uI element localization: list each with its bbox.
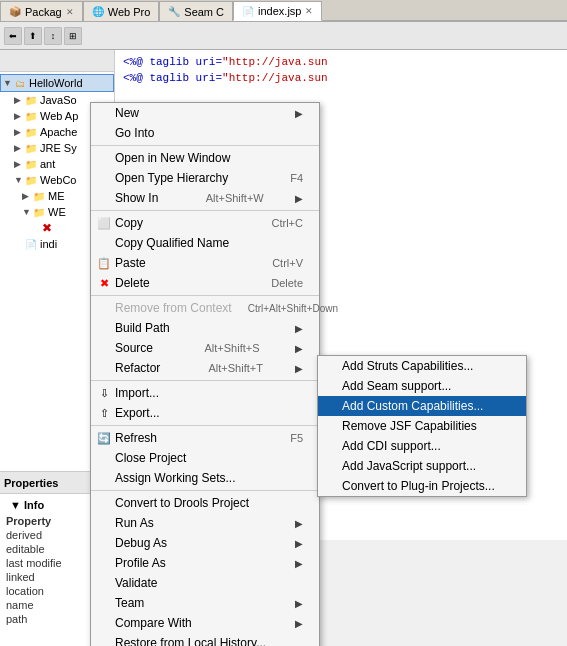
menu-item-comparewith[interactable]: Compare With ▶ [91,613,319,633]
toolbar-btn-1[interactable]: ⬅ [4,27,22,45]
toolbar-btn-4[interactable]: ⊞ [64,27,82,45]
menu-label-refactor: Refactor [115,361,160,375]
menu-item-profileas[interactable]: Profile As ▶ [91,553,319,573]
menu-label-profileas: Profile As [115,556,166,570]
tree-label-ant: ant [40,158,55,170]
submenu-item-javascript[interactable]: Add JavaScript support... [318,456,526,476]
folder-icon-jre: 📁 [24,141,38,155]
copy-icon: ⬜ [97,216,111,230]
export-icon: ⇧ [97,406,111,420]
tree-label-helloworld: HelloWorld [29,77,83,89]
menu-label-validate: Validate [115,576,157,590]
menu-item-validate[interactable]: Validate [91,573,319,593]
menu-item-openwindow[interactable]: Open in New Window [91,148,319,168]
file-icon-indi: 📄 [24,237,38,251]
folder-icon-webapp: 📁 [24,109,38,123]
import-icon: ⇩ [97,386,111,400]
menu-item-buildpath[interactable]: Build Path ▶ [91,318,319,338]
tree-arrow-me: ▶ [22,191,32,201]
menu-shortcut-removectx: Ctrl+Alt+Shift+Down [232,303,338,314]
submenu-label-struts: Add Struts Capabilities... [342,359,473,373]
jsp-icon: 📄 [242,6,254,17]
menu-arrow-new: ▶ [295,108,303,119]
menu-label-comparewith: Compare With [115,616,192,630]
tree-arrow-we: ▼ [22,207,32,217]
menu-item-drools[interactable]: Convert to Drools Project [91,493,319,513]
folder-icon-apache: 📁 [24,125,38,139]
menu-item-copyqualified[interactable]: Copy Qualified Name [91,233,319,253]
menu-item-opentypehier[interactable]: Open Type Hierarchy F4 [91,168,319,188]
menu-item-new[interactable]: New ▶ [91,103,319,123]
folder-icon-ant: 📁 [24,157,38,171]
submenu-label-converttoplugin: Convert to Plug-in Projects... [342,479,495,493]
submenu-item-cdi[interactable]: Add CDI support... [318,436,526,456]
toolbar-btn-3[interactable]: ↕ [44,27,62,45]
tree-arrow-apache: ▶ [14,127,24,137]
menu-item-closeproject[interactable]: Close Project [91,448,319,468]
menu-label-opentypehier: Open Type Hierarchy [115,171,228,185]
tab-seam[interactable]: 🔧 Seam C [159,1,233,21]
tab-close-jsp[interactable]: ✕ [305,6,313,16]
properties-title: Properties [4,477,58,489]
menu-item-restorefrom[interactable]: Restore from Local History... [91,633,319,646]
menu-item-paste[interactable]: 📋 Paste Ctrl+V [91,253,319,273]
menu-item-showin[interactable]: Show In Alt+Shift+W ▶ [91,188,319,208]
menu-item-debugas[interactable]: Debug As ▶ [91,533,319,553]
menu-item-refresh[interactable]: 🔄 Refresh F5 [91,428,319,448]
menu-item-assignworkingsets[interactable]: Assign Working Sets... [91,468,319,488]
menu-label-source: Source [115,341,153,355]
menu-label-new: New [115,106,139,120]
menu-item-team[interactable]: Team ▶ [91,593,319,613]
code-keyword-2: <%@ taglib uri= [123,70,222,86]
submenu-item-removejsf[interactable]: Remove JSF Capabilities [318,416,526,436]
tab-close-package[interactable]: ✕ [66,7,74,17]
submenu-item-seam[interactable]: Add Seam support... [318,376,526,396]
menu-item-runas[interactable]: Run As ▶ [91,513,319,533]
menu-item-export[interactable]: ⇧ Export... [91,403,319,423]
menu-arrow-comparewith: ▶ [295,618,303,629]
prop-key-editable: editable [6,543,81,555]
tree-label-me: ME [48,190,65,202]
menu-label-gointo: Go Into [115,126,154,140]
menu-item-gointo[interactable]: Go Into [91,123,319,143]
menu-label-restorefrom: Restore from Local History... [115,636,266,646]
folder-icon-we: 📁 [32,205,46,219]
tab-bar: 📦 Packag ✕ 🌐 Web Pro 🔧 Seam C 📄 index.js… [0,0,567,22]
menu-shortcut-refactor: Alt+Shift+T [192,362,262,374]
menu-label-refresh: Refresh [115,431,157,445]
tree-label-webapp: Web Ap [40,110,78,122]
menu-shortcut-delete: Delete [255,277,303,289]
delete-icon: ✖ [97,276,111,290]
error-icon: ✖ [40,221,54,235]
menu-shortcut-showin: Alt+Shift+W [190,192,264,204]
menu-arrow-source: ▶ [295,343,303,354]
submenu-item-struts[interactable]: Add Struts Capabilities... [318,356,526,376]
tree-arrow-helloworld: ▼ [3,78,13,88]
menu-label-openwindow: Open in New Window [115,151,230,165]
menu-item-import[interactable]: ⇩ Import... [91,383,319,403]
submenu-item-converttoplugin[interactable]: Convert to Plug-in Projects... [318,476,526,496]
tree-item-helloworld[interactable]: ▼ 🗂 HelloWorld [0,74,114,92]
menu-item-source[interactable]: Source Alt+Shift+S ▶ [91,338,319,358]
menu-arrow-debugas: ▶ [295,538,303,549]
refresh-icon: 🔄 [97,431,111,445]
menu-item-refactor[interactable]: Refactor Alt+Shift+T ▶ [91,358,319,378]
toolbar-btn-2[interactable]: ⬆ [24,27,42,45]
submenu-label-custom: Add Custom Capabilities... [342,399,483,413]
web-pro-icon: 🌐 [92,6,104,17]
project-icon: 🗂 [13,76,27,90]
submenu-item-custom-capabilities[interactable]: Add Custom Capabilities... [318,396,526,416]
prop-section-label: ▼ Info [6,497,48,513]
menu-item-delete[interactable]: ✖ Delete Delete [91,273,319,293]
menu-shortcut-paste: Ctrl+V [256,257,303,269]
menu-label-copy: Copy [115,216,143,230]
tab-package-explorer[interactable]: 📦 Packag ✕ [0,1,83,21]
tree-label-webco: WebCo [40,174,76,186]
menu-item-copy[interactable]: ⬜ Copy Ctrl+C [91,213,319,233]
menu-sep-2 [91,210,319,211]
menu-label-showin: Show In [115,191,158,205]
seam-icon: 🔧 [168,6,180,17]
tab-web-pro[interactable]: 🌐 Web Pro [83,1,160,21]
tab-index-jsp[interactable]: 📄 index.jsp ✕ [233,1,322,21]
menu-label-paste: Paste [115,256,146,270]
